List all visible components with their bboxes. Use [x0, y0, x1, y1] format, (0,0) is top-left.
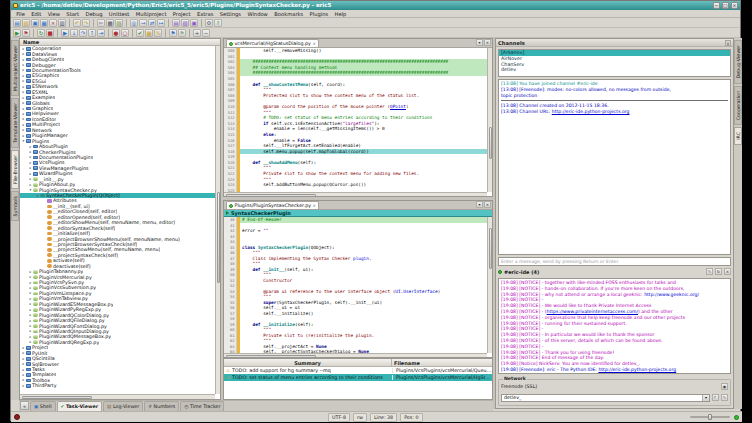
tab-list-button[interactable]: ▾ [476, 39, 483, 46]
tab-task-viewer[interactable]: ✔Task-Viewer [57, 401, 103, 411]
editor-top-hscrollbar[interactable] [224, 192, 487, 196]
replace-icon[interactable]: ⇄ [148, 19, 156, 27]
message-link[interactable]: http://eric-ide.python-projects.org [552, 109, 630, 114]
task-row[interactable]: ⚠TODO: add support for hg summary --mqPl… [224, 367, 492, 374]
nickname-combo[interactable]: detlev_ ▾ [501, 394, 710, 402]
save-icon[interactable]: ▣ [31, 19, 39, 27]
run-to-cursor-icon[interactable]: ⇥ [97, 29, 105, 37]
tree-item[interactable]: ▸ThirdParty [20, 383, 215, 388]
menu-edit[interactable]: Edit [28, 10, 44, 18]
tab-irc[interactable]: IRC [734, 127, 742, 145]
unittest-icon[interactable]: ▦ [145, 29, 153, 37]
menu-bookmarks[interactable]: Bookmarks [271, 10, 306, 18]
syntax-check-icon[interactable]: ✔ [136, 29, 144, 37]
new-icon[interactable]: ▤ [13, 19, 21, 27]
tab-multiproject-viewer[interactable]: Multiproject-Viewer [11, 40, 19, 96]
debug-script-icon[interactable]: ⚑ [22, 29, 30, 37]
run-script-icon[interactable]: ▶ [13, 29, 21, 37]
menu-unittest[interactable]: Unittest [106, 10, 133, 18]
tab-symbols[interactable]: Symbols [11, 191, 19, 221]
tabbar-scroll-left-button[interactable]: « [20, 401, 29, 410]
code-area[interactable]: 500 self.__removeMissing()501502 #######… [224, 48, 487, 192]
clear-breakpoints-icon[interactable]: ○ [121, 29, 129, 37]
open-project-icon[interactable]: ▨ [181, 19, 189, 27]
editor-top-vscrollbar[interactable] [487, 48, 492, 192]
editor-bottom-hscrollbar[interactable] [224, 353, 487, 357]
open-icon[interactable]: ▨ [22, 19, 30, 27]
preferences-icon[interactable]: ⚙ [205, 19, 213, 27]
menu-project[interactable]: Project [170, 10, 194, 18]
tabbar-close-button[interactable]: × [484, 201, 491, 208]
tab-log-viewer[interactable]: ▤Log-Viewer [103, 401, 143, 411]
tab-file-browser[interactable]: File-Browser [11, 150, 19, 189]
next-bookmark-icon[interactable]: ⚑ [178, 29, 186, 37]
tree-hscrollbar[interactable] [20, 394, 215, 399]
tab-numbers[interactable]: #Numbers [144, 401, 179, 411]
menu-file[interactable]: File [13, 10, 28, 18]
zoom-slider[interactable] [690, 416, 730, 418]
column-header-filename[interactable]: Filename [392, 359, 492, 366]
continue-icon[interactable]: ▶ [61, 29, 69, 37]
tabbar-close-button[interactable]: × [484, 39, 491, 46]
tab-shell[interactable]: ▣Shell [30, 401, 56, 411]
tab-debug-viewer[interactable]: Debug-Viewer [734, 40, 742, 84]
menu-multiproject[interactable]: Multiproject [133, 10, 170, 18]
editor-tab[interactable]: Plugins/PluginSyntaxChecker.py × [226, 201, 319, 209]
tab-close-icon[interactable]: × [313, 203, 316, 208]
message-link[interactable]: http://www.geeknic.org/ [644, 292, 699, 297]
tab-time-tracker[interactable]: ◴Time Tracker [180, 401, 224, 411]
irc-user[interactable]: detlev [499, 67, 730, 73]
bookmark-icon[interactable]: ⚑ [169, 29, 177, 37]
menu-view[interactable]: View [44, 10, 63, 18]
undo-icon[interactable]: ↶ [73, 19, 81, 27]
tree-column-header[interactable]: Name [20, 39, 220, 46]
menu-settings[interactable]: Settings [217, 10, 245, 18]
refresh-button[interactable]: ↻ [715, 268, 722, 275]
panel-close-icon[interactable]: × [725, 40, 731, 46]
tab-cooperation[interactable]: Cooperation [734, 86, 742, 125]
tab-template-viewer[interactable]: Template-Viewer [11, 98, 19, 148]
stop-script-icon[interactable]: ■ [46, 29, 54, 37]
editor-bottom-vscrollbar[interactable] [487, 217, 492, 353]
minimize-button[interactable]: − [713, 2, 720, 9]
copy-icon[interactable]: ▩ [106, 19, 114, 27]
menu-extras[interactable]: Extras [194, 10, 217, 18]
close-file-icon[interactable]: × [49, 19, 57, 27]
menu-plugins[interactable]: Plugins [306, 10, 331, 18]
menu-debug[interactable]: Debug [82, 10, 105, 18]
goto-line-icon[interactable]: ↦ [157, 19, 165, 27]
column-header-summary[interactable]: Summary [224, 359, 392, 366]
message-link[interactable]: https://www.privateinternetaccess.com/ [547, 309, 638, 314]
save-all-icon[interactable]: ▦ [40, 19, 48, 27]
cut-icon[interactable]: ✂ [97, 19, 105, 27]
search-icon[interactable]: ◎ [130, 19, 138, 27]
help-icon[interactable]: ? [214, 19, 222, 27]
message-input[interactable]: Enter a message, send by pressing Return… [498, 257, 731, 266]
menu-start[interactable]: Start [63, 10, 82, 18]
close-button[interactable]: × [731, 2, 738, 9]
new-project-icon[interactable]: ▤ [172, 19, 180, 27]
edit-nick-button[interactable]: ✎ [721, 394, 728, 401]
away-button[interactable]: ☾ [712, 394, 719, 401]
menu-window[interactable]: Window [244, 10, 271, 18]
profile-icon[interactable]: % [154, 29, 162, 37]
tab-close-icon[interactable]: × [312, 41, 315, 46]
task-row[interactable]: ⚠TODO: set status of menu entries accord… [224, 374, 492, 381]
edit-topic-button[interactable]: ✎ [706, 268, 713, 275]
search-next-icon[interactable]: → [139, 19, 147, 27]
maximize-button[interactable]: □ [722, 2, 729, 9]
step-icon[interactable]: ↓ [70, 29, 78, 37]
zoom-slider-thumb[interactable] [708, 414, 712, 420]
restart-icon[interactable]: ↻ [37, 29, 45, 37]
connect-button[interactable]: ◉ [721, 383, 728, 390]
breakpoint-icon[interactable]: ● [112, 29, 120, 37]
tab-list-button[interactable]: ▾ [476, 201, 483, 208]
save-project-icon[interactable]: ▣ [190, 19, 198, 27]
step-over-icon[interactable]: ↷ [79, 29, 87, 37]
print-icon[interactable]: ▥ [58, 19, 66, 27]
menu-help[interactable]: Help [331, 10, 349, 18]
code-area[interactable]: 40# End-Of-Header4142error = ""434445cla… [224, 217, 487, 353]
leave-channel-button[interactable]: × [724, 268, 731, 275]
tree-vscrollbar[interactable] [215, 46, 220, 394]
zoom-out-icon[interactable]: − [202, 29, 210, 37]
